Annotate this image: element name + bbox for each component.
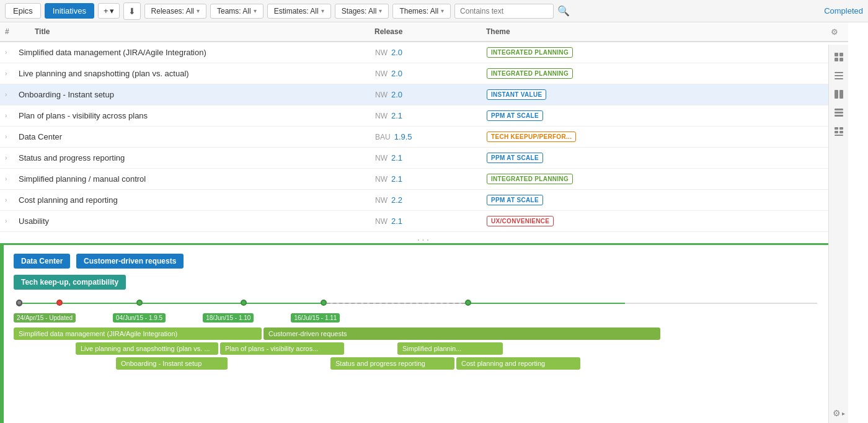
row-release: NW 2.0	[375, 90, 487, 99]
table-row[interactable]: › Usability NW 2.1 UX/CONVENIENCE	[0, 211, 848, 232]
row-theme: UX/CONVENIENCE	[487, 216, 843, 226]
sidebar-view-icon-5[interactable]	[831, 124, 846, 139]
svg-rect-10	[835, 112, 843, 114]
row-chevron: ›	[5, 70, 16, 77]
initiatives-tab[interactable]: Initiatives	[45, 3, 94, 19]
row-title: Simplified planning / manual control	[16, 174, 375, 184]
gantt-bar-simplified-planning[interactable]: Simplified plannin...	[397, 342, 503, 355]
svg-rect-15	[839, 131, 843, 133]
teams-label: Teams: All	[217, 7, 251, 16]
svg-rect-16	[835, 135, 843, 136]
sidebar-view-icon-4[interactable]	[831, 105, 846, 120]
row-chevron: ›	[5, 154, 16, 161]
themes-label: Themes: All	[399, 7, 438, 16]
teams-arrow: ▾	[254, 7, 257, 14]
release-ver: 2.1	[391, 153, 402, 163]
toolbar: Epics Initiatives + ▾ ⬇ Releases: All ▾ …	[0, 0, 868, 22]
gantt-bar-onboarding[interactable]: Onboarding - Instant setup	[116, 357, 228, 370]
row-release: NW 2.0	[375, 69, 487, 78]
gantt-bar-customer-driven[interactable]: Customer-driven requests	[264, 327, 660, 340]
stages-label: Stages: All	[342, 7, 377, 16]
release-type: NW	[375, 217, 388, 226]
theme-badge: INTEGRATED PLANNING	[487, 174, 573, 184]
settings-icon[interactable]: ⚙	[826, 27, 843, 37]
row-title: Status and progress reporting	[16, 153, 375, 163]
theme-badge: PPM AT SCALE	[487, 110, 543, 121]
table-row[interactable]: › Plan of plans - visibility across plan…	[0, 105, 848, 127]
release-type: NW	[375, 196, 388, 205]
right-sidebar: ⚙ ▸	[828, 45, 848, 423]
release-ver: 2.1	[391, 174, 402, 184]
row-release: BAU 1.9.5	[375, 132, 487, 141]
gantt-bar-simplified-data[interactable]: Simplified data management (JIRA/Agile I…	[14, 327, 262, 340]
row-release: NW 2.1	[375, 111, 487, 120]
gantt-labels: Data Center Customer-driven requests Tec…	[7, 249, 823, 293]
svg-rect-8	[839, 90, 843, 99]
milestone-label: 18/Jun/15 - 1.10	[203, 313, 254, 323]
table-row[interactable]: › Status and progress reporting NW 2.1 P…	[0, 148, 848, 169]
sidebar-settings[interactable]: ⚙ ▸	[833, 408, 845, 418]
release-type: NW	[375, 175, 388, 184]
releases-label: Releases: All	[151, 7, 194, 16]
theme-badge: INTEGRATED PLANNING	[487, 68, 573, 79]
table-row[interactable]: › Onboarding - Instant setup NW 2.0 INST…	[0, 84, 848, 105]
teams-filter[interactable]: Teams: All ▾	[210, 4, 264, 19]
sidebar-view-icon-2[interactable]	[831, 68, 846, 83]
download-button[interactable]: ⬇	[123, 2, 141, 20]
table-row[interactable]: › Data Center BAU 1.9.5 TECH KEEPUP/PERF…	[0, 127, 848, 148]
stages-filter[interactable]: Stages: All ▾	[335, 4, 389, 19]
releases-filter[interactable]: Releases: All ▾	[144, 4, 206, 19]
release-ver: 2.1	[391, 216, 402, 226]
row-title: Plan of plans - visibility across plans	[16, 111, 375, 120]
theme-badge: INTEGRATED PLANNING	[487, 47, 573, 58]
svg-rect-4	[835, 72, 843, 73]
initiatives-table: # Title Release Theme ⚙ › Simplified dat…	[0, 22, 848, 248]
estimates-filter[interactable]: Estimates: All ▾	[267, 4, 331, 19]
col-title: Title	[35, 27, 374, 36]
row-theme: TECH KEEPUP/PERFOR...	[487, 131, 843, 142]
add-button[interactable]: + ▾	[98, 3, 120, 19]
row-theme: INTEGRATED PLANNING	[487, 47, 843, 58]
gantt-bar-cost-reporting[interactable]: Cost planning and reporting	[456, 357, 580, 370]
completed-link[interactable]: Completed	[824, 6, 863, 16]
table-row[interactable]: › Simplified data management (JIRA/Agile…	[0, 42, 848, 63]
row-chevron: ›	[5, 197, 16, 203]
epics-tab[interactable]: Epics	[5, 3, 41, 19]
theme-badge: INSTANT VALUE	[487, 89, 546, 100]
row-title: Data Center	[16, 132, 375, 141]
release-ver: 2.2	[391, 195, 402, 205]
svg-rect-1	[839, 53, 843, 56]
themes-arrow: ▾	[441, 7, 444, 14]
svg-rect-12	[835, 127, 838, 130]
theme-badge: PPM AT SCALE	[487, 195, 543, 205]
row-chevron: ›	[5, 176, 16, 182]
gantt-label-tech[interactable]: Tech keep-up, compatibility	[14, 275, 126, 290]
col-release: Release	[374, 27, 486, 36]
svg-rect-2	[835, 58, 838, 61]
theme-badge: PPM AT SCALE	[487, 153, 543, 163]
search-button[interactable]: 🔍	[557, 5, 570, 17]
svg-rect-6	[835, 78, 843, 79]
search-input[interactable]	[454, 4, 554, 19]
table-row[interactable]: › Live planning and snapshotting (plan v…	[0, 63, 848, 84]
milestone-label: 16/Jul/15 - 1.11	[291, 313, 340, 323]
table-row[interactable]: › Simplified planning / manual control N…	[0, 169, 848, 190]
gantt-label-customer[interactable]: Customer-driven requests	[76, 254, 184, 269]
gantt-label-datacenter[interactable]: Data Center	[14, 254, 70, 269]
row-theme: PPM AT SCALE	[487, 195, 843, 205]
row-chevron: ›	[5, 49, 16, 56]
gantt-panel: × Data Center Customer-driven requests T…	[0, 243, 848, 423]
themes-filter[interactable]: Themes: All ▾	[392, 4, 451, 19]
gantt-bar-live-planning[interactable]: Live planning and snapshotting (plan vs.…	[76, 342, 218, 355]
row-release: NW 2.1	[375, 216, 487, 226]
chevron-down-icon: ▾	[110, 6, 114, 16]
table-row[interactable]: › Cost planning and reporting NW 2.2 PPM…	[0, 190, 848, 211]
sidebar-view-icon-3[interactable]	[831, 87, 846, 102]
release-type: BAU	[375, 133, 391, 141]
svg-rect-9	[835, 109, 843, 110]
timeline: 24/Apr/15 - Updated 04/Jun/15 - 1.9.5 18…	[7, 296, 823, 323]
sidebar-view-icon-1[interactable]	[831, 50, 846, 65]
row-chevron: ›	[5, 133, 16, 140]
gantt-bar-status-reporting[interactable]: Status and progress reporting	[330, 357, 454, 370]
gantt-bar-plan-of-plans[interactable]: Plan of plans - visibility acros...	[220, 342, 344, 355]
